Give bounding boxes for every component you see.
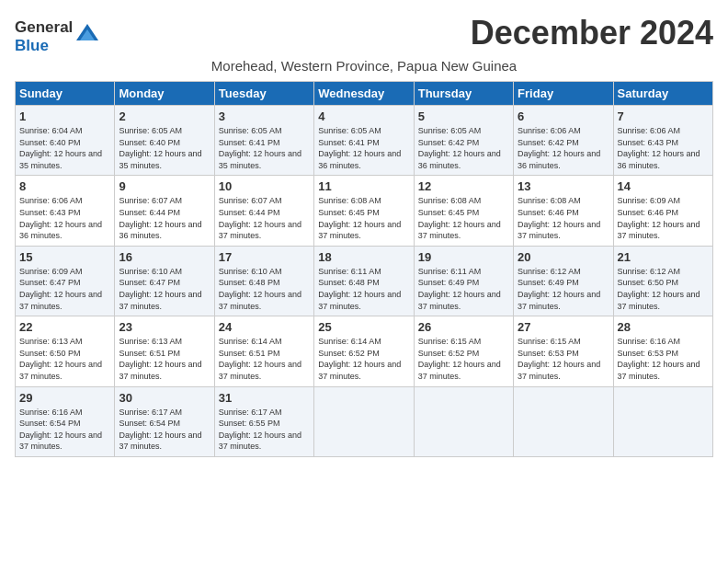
calendar-cell	[514, 386, 613, 456]
day-number: 19	[418, 250, 509, 264]
day-info: Sunrise: 6:17 AMSunset: 6:55 PMDaylight:…	[219, 407, 310, 453]
calendar-cell: 15Sunrise: 6:09 AMSunset: 6:47 PMDayligh…	[16, 246, 115, 316]
col-header-tuesday: Tuesday	[214, 82, 313, 106]
calendar-cell: 7Sunrise: 6:06 AMSunset: 6:43 PMDaylight…	[613, 106, 712, 176]
col-header-saturday: Saturday	[613, 82, 712, 106]
day-number: 13	[518, 179, 609, 193]
day-number: 7	[618, 109, 709, 123]
day-number: 25	[318, 320, 409, 334]
day-number: 29	[19, 391, 110, 405]
day-number: 8	[19, 179, 110, 193]
subtitle: Morehead, Western Province, Papua New Gu…	[15, 58, 713, 74]
month-title: December 2024	[471, 15, 713, 52]
day-info: Sunrise: 6:05 AMSunset: 6:40 PMDaylight:…	[119, 125, 210, 171]
title-block: December 2024	[471, 15, 713, 52]
calendar-cell: 18Sunrise: 6:11 AMSunset: 6:48 PMDayligh…	[314, 246, 414, 316]
day-info: Sunrise: 6:11 AMSunset: 6:49 PMDaylight:…	[418, 266, 509, 312]
logo-icon	[74, 22, 100, 48]
day-number: 6	[518, 109, 609, 123]
day-info: Sunrise: 6:10 AMSunset: 6:47 PMDaylight:…	[119, 266, 210, 312]
calendar-cell: 3Sunrise: 6:05 AMSunset: 6:41 PMDaylight…	[214, 106, 313, 176]
calendar-cell: 31Sunrise: 6:17 AMSunset: 6:55 PMDayligh…	[214, 386, 313, 456]
day-number: 23	[119, 320, 210, 334]
day-number: 16	[119, 250, 210, 264]
calendar-body: 1Sunrise: 6:04 AMSunset: 6:40 PMDaylight…	[16, 106, 713, 457]
day-info: Sunrise: 6:08 AMSunset: 6:46 PMDaylight:…	[518, 195, 609, 241]
calendar-header-row: SundayMondayTuesdayWednesdayThursdayFrid…	[16, 82, 713, 106]
calendar-cell	[613, 386, 712, 456]
day-number: 27	[518, 320, 609, 334]
day-number: 9	[119, 179, 210, 193]
day-number: 1	[19, 109, 110, 123]
day-info: Sunrise: 6:08 AMSunset: 6:45 PMDaylight:…	[318, 195, 409, 241]
calendar-cell: 6Sunrise: 6:06 AMSunset: 6:42 PMDaylight…	[514, 106, 613, 176]
week-row-1: 1Sunrise: 6:04 AMSunset: 6:40 PMDaylight…	[16, 106, 713, 176]
day-number: 17	[219, 250, 310, 264]
calendar-cell	[414, 386, 513, 456]
day-info: Sunrise: 6:07 AMSunset: 6:44 PMDaylight:…	[219, 195, 310, 241]
col-header-monday: Monday	[115, 82, 214, 106]
day-number: 31	[219, 391, 310, 405]
col-header-sunday: Sunday	[16, 82, 115, 106]
day-info: Sunrise: 6:16 AMSunset: 6:53 PMDaylight:…	[618, 336, 709, 382]
calendar-cell: 12Sunrise: 6:08 AMSunset: 6:45 PMDayligh…	[414, 176, 513, 246]
calendar-cell	[314, 386, 414, 456]
week-row-5: 29Sunrise: 6:16 AMSunset: 6:54 PMDayligh…	[16, 386, 713, 456]
day-info: Sunrise: 6:14 AMSunset: 6:52 PMDaylight:…	[318, 336, 409, 382]
calendar-cell: 26Sunrise: 6:15 AMSunset: 6:52 PMDayligh…	[414, 316, 513, 386]
calendar-cell: 25Sunrise: 6:14 AMSunset: 6:52 PMDayligh…	[314, 316, 414, 386]
calendar-cell: 16Sunrise: 6:10 AMSunset: 6:47 PMDayligh…	[115, 246, 214, 316]
logo: General Blue	[15, 18, 100, 54]
calendar-cell: 30Sunrise: 6:17 AMSunset: 6:54 PMDayligh…	[115, 386, 214, 456]
col-header-wednesday: Wednesday	[314, 82, 414, 106]
day-number: 12	[418, 179, 509, 193]
calendar-cell: 4Sunrise: 6:05 AMSunset: 6:41 PMDaylight…	[314, 106, 414, 176]
day-info: Sunrise: 6:08 AMSunset: 6:45 PMDaylight:…	[418, 195, 509, 241]
day-info: Sunrise: 6:15 AMSunset: 6:53 PMDaylight:…	[518, 336, 609, 382]
week-row-2: 8Sunrise: 6:06 AMSunset: 6:43 PMDaylight…	[16, 176, 713, 246]
logo-text-line2: Blue	[15, 37, 73, 55]
calendar-cell: 11Sunrise: 6:08 AMSunset: 6:45 PMDayligh…	[314, 176, 414, 246]
day-info: Sunrise: 6:07 AMSunset: 6:44 PMDaylight:…	[119, 195, 210, 241]
day-info: Sunrise: 6:09 AMSunset: 6:47 PMDaylight:…	[19, 266, 110, 312]
day-number: 21	[618, 250, 709, 264]
day-number: 22	[19, 320, 110, 334]
day-info: Sunrise: 6:05 AMSunset: 6:42 PMDaylight:…	[418, 125, 509, 171]
col-header-friday: Friday	[514, 82, 613, 106]
week-row-4: 22Sunrise: 6:13 AMSunset: 6:50 PMDayligh…	[16, 316, 713, 386]
calendar-cell: 10Sunrise: 6:07 AMSunset: 6:44 PMDayligh…	[214, 176, 313, 246]
day-info: Sunrise: 6:04 AMSunset: 6:40 PMDaylight:…	[19, 125, 110, 171]
day-info: Sunrise: 6:12 AMSunset: 6:50 PMDaylight:…	[618, 266, 709, 312]
calendar-cell: 1Sunrise: 6:04 AMSunset: 6:40 PMDaylight…	[16, 106, 115, 176]
calendar-cell: 5Sunrise: 6:05 AMSunset: 6:42 PMDaylight…	[414, 106, 513, 176]
day-info: Sunrise: 6:17 AMSunset: 6:54 PMDaylight:…	[119, 407, 210, 453]
day-number: 3	[219, 109, 310, 123]
day-number: 26	[418, 320, 509, 334]
day-info: Sunrise: 6:09 AMSunset: 6:46 PMDaylight:…	[618, 195, 709, 241]
col-header-thursday: Thursday	[414, 82, 513, 106]
day-number: 24	[219, 320, 310, 334]
day-info: Sunrise: 6:06 AMSunset: 6:42 PMDaylight:…	[518, 125, 609, 171]
day-number: 30	[119, 391, 210, 405]
day-info: Sunrise: 6:10 AMSunset: 6:48 PMDaylight:…	[219, 266, 310, 312]
calendar-cell: 2Sunrise: 6:05 AMSunset: 6:40 PMDaylight…	[115, 106, 214, 176]
calendar-cell: 13Sunrise: 6:08 AMSunset: 6:46 PMDayligh…	[514, 176, 613, 246]
day-info: Sunrise: 6:05 AMSunset: 6:41 PMDaylight:…	[318, 125, 409, 171]
day-info: Sunrise: 6:13 AMSunset: 6:50 PMDaylight:…	[19, 336, 110, 382]
calendar-cell: 9Sunrise: 6:07 AMSunset: 6:44 PMDaylight…	[115, 176, 214, 246]
calendar-cell: 27Sunrise: 6:15 AMSunset: 6:53 PMDayligh…	[514, 316, 613, 386]
calendar-table: SundayMondayTuesdayWednesdayThursdayFrid…	[15, 81, 713, 457]
day-number: 10	[219, 179, 310, 193]
day-info: Sunrise: 6:11 AMSunset: 6:48 PMDaylight:…	[318, 266, 409, 312]
day-info: Sunrise: 6:06 AMSunset: 6:43 PMDaylight:…	[618, 125, 709, 171]
calendar-cell: 23Sunrise: 6:13 AMSunset: 6:51 PMDayligh…	[115, 316, 214, 386]
day-info: Sunrise: 6:15 AMSunset: 6:52 PMDaylight:…	[418, 336, 509, 382]
calendar-cell: 8Sunrise: 6:06 AMSunset: 6:43 PMDaylight…	[16, 176, 115, 246]
day-info: Sunrise: 6:06 AMSunset: 6:43 PMDaylight:…	[19, 195, 110, 241]
calendar-cell: 20Sunrise: 6:12 AMSunset: 6:49 PMDayligh…	[514, 246, 613, 316]
day-info: Sunrise: 6:12 AMSunset: 6:49 PMDaylight:…	[518, 266, 609, 312]
day-info: Sunrise: 6:14 AMSunset: 6:51 PMDaylight:…	[219, 336, 310, 382]
day-number: 4	[318, 109, 409, 123]
calendar-cell: 24Sunrise: 6:14 AMSunset: 6:51 PMDayligh…	[214, 316, 313, 386]
day-number: 20	[518, 250, 609, 264]
